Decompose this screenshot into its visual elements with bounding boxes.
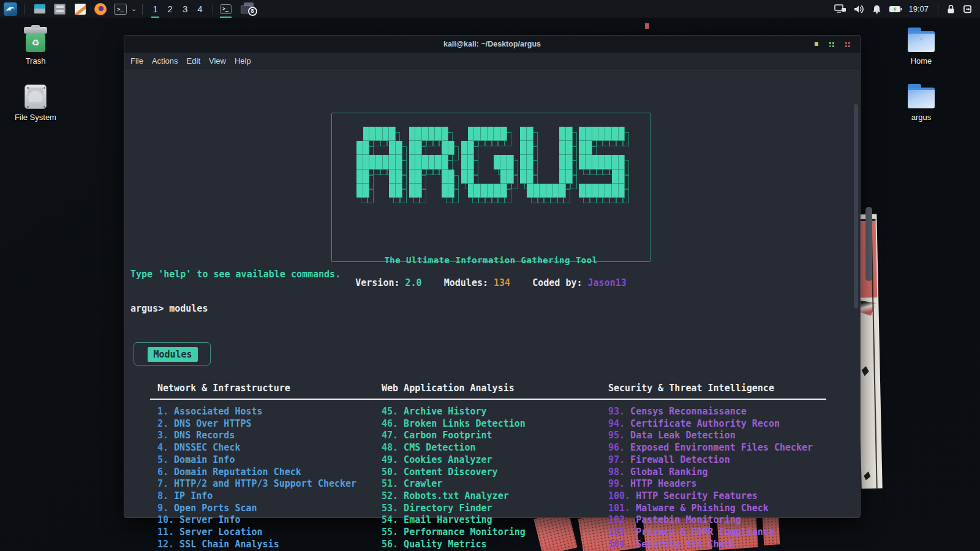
module-item: 48. CMS Detection: [382, 442, 526, 454]
module-item: 2. DNS Over HTTPS: [157, 418, 356, 430]
module-item: 104. Security.txt Check: [608, 539, 813, 551]
module-item: 51. Crawler: [382, 478, 526, 490]
argus-art-front-layer: [356, 127, 625, 198]
window-group-button[interactable]: 8: [239, 2, 257, 17]
column-header-web: Web Application Analysis: [382, 383, 514, 394]
clock[interactable]: 19:07: [908, 4, 929, 13]
menu-help[interactable]: Help: [235, 56, 251, 66]
module-item: 45. Archive History: [382, 406, 526, 418]
module-item: 47. Carbon Footprint: [382, 430, 526, 442]
window-count-badge: 8: [248, 7, 257, 16]
module-item: 3. DNS Records: [157, 430, 356, 442]
module-item: 93. Censys Reconnaissance: [608, 406, 813, 418]
lock-icon[interactable]: [946, 4, 956, 14]
modules-count-value: 134: [494, 277, 510, 288]
module-item: 97. Firewall Detection: [608, 454, 813, 467]
menu-view[interactable]: View: [209, 56, 226, 66]
module-item: 98. Global Ranking: [608, 467, 813, 479]
workspace-2[interactable]: 2: [165, 0, 176, 18]
argus-ascii-logo: [356, 127, 626, 198]
battery-icon[interactable]: [889, 5, 902, 13]
folder-icon: [907, 82, 936, 110]
desktop-icon-home[interactable]: ⌂ Home: [893, 26, 949, 66]
module-item: 101. Malware & Phishing Check: [608, 503, 813, 515]
module-item: 9. Open Ports Scan: [157, 503, 356, 515]
module-item: 6. Domain Reputation Check: [157, 467, 356, 479]
banner-subtitle: The Ultimate Information Gathering Tool: [332, 255, 650, 265]
workspace-4[interactable]: 4: [194, 0, 205, 18]
module-item: 12. SSL Chain Analysis: [157, 539, 356, 551]
display-icon[interactable]: [834, 4, 846, 14]
module-item: 94. Certificate Authority Recon: [608, 418, 813, 430]
module-item: 53. Directory Finder: [382, 503, 526, 515]
module-item: 95. Data Leak Detection: [608, 430, 813, 442]
module-item: 55. Performance Monitoring: [382, 527, 526, 539]
archive-app-icon[interactable]: [53, 2, 67, 16]
text-editor-icon[interactable]: [73, 2, 87, 16]
wallpaper-dot: [645, 23, 649, 29]
module-item: 54. Email Harvesting: [382, 514, 526, 527]
banner-info-line: Version: 2.0 Modules: 134 Coded by: Jaso…: [332, 277, 650, 288]
kali-menu-icon[interactable]: [3, 2, 17, 16]
notifications-bell-icon[interactable]: [872, 4, 881, 14]
module-item: 5. Domain Info: [157, 454, 356, 467]
module-item: 52. Robots.txt Analyzer: [382, 490, 526, 503]
menu-file[interactable]: File: [130, 56, 143, 66]
desktop-icon-file-system[interactable]: File System: [7, 82, 64, 122]
top-panel: >_ ⌄ 1234 >_ 8 19:07: [0, 0, 980, 18]
module-item: 100. HTTP Security Features: [608, 490, 813, 503]
desktop-icon-label: Home: [893, 56, 949, 66]
desktop-icon-label: Trash: [7, 56, 64, 66]
module-item: 99. HTTP Headers: [608, 478, 813, 490]
menu-actions[interactable]: Actions: [152, 56, 178, 66]
window-title: kali@kali: ~/Desktop/argus: [443, 40, 541, 48]
power-icon[interactable]: [963, 4, 973, 14]
prompt-line: argus> modules: [130, 303, 208, 314]
header-divider: [150, 399, 826, 400]
workspace-3[interactable]: 3: [179, 0, 190, 18]
terminal-menubar: File Actions Edit View Help: [124, 53, 860, 69]
module-item: 7. HTTP/2 and HTTP/3 Support Checker: [157, 478, 356, 490]
column-header-security: Security & Threat Intelligence: [608, 383, 774, 394]
module-item: 50. Content Discovery: [382, 467, 526, 479]
desktop-icon-argus[interactable]: argus: [893, 82, 949, 122]
files-app-icon[interactable]: [32, 2, 47, 16]
version-value: 2.0: [405, 277, 422, 288]
module-item: 96. Exposed Environment Files Checker: [608, 442, 813, 454]
desktop: ♻ Trash File System ⌂ Home argus >_ ⌄ 12…: [0, 0, 980, 551]
terminal-launcher-icon[interactable]: >_: [113, 2, 127, 16]
menu-edit[interactable]: Edit: [187, 56, 200, 66]
module-item: 1. Associated Hosts: [157, 406, 356, 418]
maximize-button[interactable]: [829, 42, 834, 47]
author-value: Jason13: [588, 277, 627, 288]
terminal-scrollbar[interactable]: [854, 104, 858, 309]
home-folder-icon: ⌂: [907, 26, 936, 54]
module-item: 11. Server Location: [157, 527, 356, 539]
module-item: 10. Server Info: [157, 514, 356, 527]
wallpaper-bar: [865, 207, 872, 281]
workspace-1[interactable]: 1: [149, 0, 160, 18]
modules-badge: Modules: [148, 347, 198, 362]
module-item: 56. Quality Metrics: [382, 539, 526, 551]
module-column-security: 93. Censys Reconnaissance94. Certificate…: [608, 406, 813, 550]
column-header-network: Network & Infrastructure: [157, 383, 290, 394]
taskbar-window-terminal[interactable]: >_: [217, 0, 234, 18]
module-item: 49. Cookies Analyzer: [382, 454, 526, 467]
drive-icon: [21, 82, 50, 110]
volume-icon[interactable]: [854, 4, 865, 14]
minimize-button[interactable]: [815, 42, 818, 46]
module-item: 46. Broken Links Detection: [382, 418, 526, 430]
module-item: 4. DNSSEC Check: [157, 442, 356, 454]
firefox-icon[interactable]: [93, 2, 107, 16]
desktop-icon-trash[interactable]: ♻ Trash: [7, 26, 64, 66]
chevron-down-icon[interactable]: ⌄: [131, 5, 137, 13]
module-item: 8. IP Info: [157, 490, 356, 503]
terminal-body: The Ultimate Information Gathering Tool …: [124, 69, 860, 517]
terminal-titlebar[interactable]: kali@kali: ~/Desktop/argus: [124, 36, 860, 53]
close-button[interactable]: [845, 42, 850, 47]
workspace-switcher: 1234: [149, 0, 205, 18]
trash-icon: ♻: [21, 26, 50, 54]
desktop-icon-label: File System: [7, 113, 64, 122]
modules-section-box: Modules: [134, 342, 211, 365]
help-hint-line: Type 'help' to see available commands.: [130, 269, 341, 280]
